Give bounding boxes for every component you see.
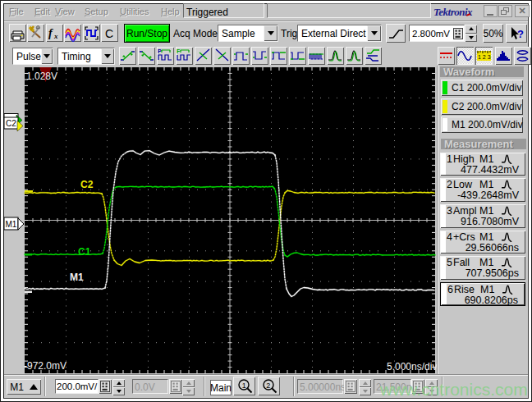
svg-text:F: F: [177, 48, 181, 54]
svg-text:1: 1: [241, 381, 245, 389]
svg-text:f: f: [48, 27, 53, 39]
svg-text:M1: M1: [6, 220, 17, 229]
svg-text:C2: C2: [80, 179, 94, 190]
svg-text:C: C: [105, 27, 113, 40]
svg-text:P: P: [158, 48, 162, 54]
svg-text:2: 2: [266, 381, 270, 389]
svg-text:C1: C1: [78, 246, 91, 258]
svg-text:x: x: [53, 32, 58, 40]
svg-text:-972.0mV: -972.0mV: [24, 360, 66, 372]
svg-text:?: ?: [517, 28, 524, 40]
svg-text:5.000ns/div: 5.000ns/div: [387, 361, 437, 372]
svg-text:C2: C2: [6, 119, 16, 128]
svg-text:1 2 3: 1 2 3: [478, 54, 491, 60]
svg-text:1.028V: 1.028V: [26, 71, 57, 82]
svg-text:M1: M1: [70, 272, 84, 283]
